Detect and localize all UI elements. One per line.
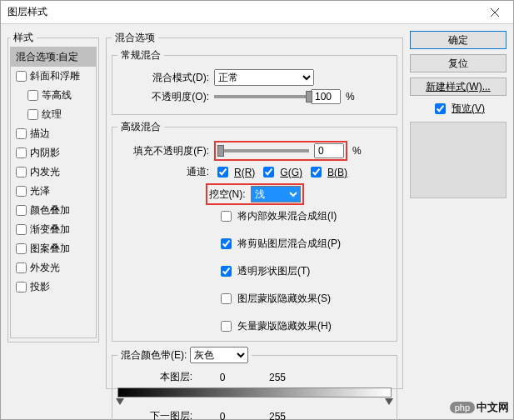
style-item-blending-options[interactable]: 混合选项:自定 bbox=[11, 48, 96, 67]
fill-opacity-input[interactable] bbox=[314, 143, 344, 158]
style-item-inner-glow[interactable]: 内发光 bbox=[11, 162, 96, 182]
fill-opacity-highlight bbox=[214, 141, 347, 161]
opt-inner-effects[interactable]: 将内部效果混合成组(I) bbox=[217, 208, 392, 224]
fill-opacity-slider[interactable] bbox=[217, 149, 309, 152]
style-item-stroke[interactable]: 描边 bbox=[11, 124, 96, 143]
style-item-outer-glow[interactable]: 外发光 bbox=[11, 258, 96, 278]
cancel-button[interactable]: 复位 bbox=[410, 54, 507, 72]
percent-label-2: % bbox=[352, 145, 362, 157]
knockout-select[interactable]: 浅 bbox=[251, 186, 301, 202]
knockout-label: 挖空(N): bbox=[209, 188, 246, 202]
opacity-slider[interactable] bbox=[214, 95, 306, 98]
contour-checkbox[interactable] bbox=[27, 90, 38, 101]
drop-shadow-checkbox[interactable] bbox=[16, 282, 27, 292]
style-list: 混合选项:自定 斜面和浮雕 等高线 纹理 描边 内阴影 内发光 光泽 颜色叠加 … bbox=[10, 47, 97, 338]
preview-swatch bbox=[410, 122, 507, 198]
pattern-overlay-checkbox[interactable] bbox=[16, 243, 27, 254]
blend-if-select[interactable]: 灰色 bbox=[190, 347, 248, 363]
style-item-satin[interactable]: 光泽 bbox=[11, 182, 96, 201]
blend-mode-select[interactable]: 正常 bbox=[214, 69, 314, 86]
style-item-drop-shadow[interactable]: 投影 bbox=[11, 278, 96, 297]
opt-layer-mask-hides[interactable]: 图层蒙版隐藏效果(S) bbox=[217, 291, 392, 307]
this-layer-gradient[interactable] bbox=[117, 388, 392, 398]
general-blend-legend: 常规混合 bbox=[117, 48, 164, 62]
channel-r-checkbox[interactable] bbox=[217, 167, 228, 178]
style-item-bevel[interactable]: 斜面和浮雕 bbox=[11, 67, 96, 86]
this-layer-label: 本图层: bbox=[117, 370, 192, 384]
style-item-pattern-overlay[interactable]: 图案叠加 bbox=[11, 239, 96, 258]
preview-toggle[interactable]: 预览(V) bbox=[410, 101, 507, 117]
bevel-checkbox[interactable] bbox=[16, 71, 27, 82]
this-low: 0 bbox=[197, 372, 247, 383]
opacity-label: 不透明度(O): bbox=[117, 90, 209, 104]
new-style-button[interactable]: 新建样式(W)... bbox=[410, 78, 507, 96]
blend-mode-label: 混合模式(D): bbox=[117, 71, 209, 85]
inner-shadow-checkbox[interactable] bbox=[16, 148, 27, 158]
window-title: 图层样式 bbox=[7, 5, 47, 19]
opt-transparency-shapes[interactable]: 透明形状图层(T) bbox=[217, 263, 392, 279]
under-low: 0 bbox=[197, 411, 247, 421]
style-item-gradient-overlay[interactable]: 渐变叠加 bbox=[11, 220, 96, 239]
blend-if-fieldset: 混合颜色带(E): 灰色 本图层: 0 255 下一图层: bbox=[112, 347, 397, 420]
gradient-overlay-checkbox[interactable] bbox=[16, 224, 27, 235]
satin-checkbox[interactable] bbox=[16, 186, 27, 197]
general-blend-fieldset: 常规混合 混合模式(D): 正常 不透明度(O): % bbox=[112, 48, 397, 115]
opt4-checkbox[interactable] bbox=[221, 293, 232, 304]
under-high: 255 bbox=[252, 411, 302, 421]
ok-button[interactable]: 确定 bbox=[410, 31, 507, 49]
this-high: 255 bbox=[252, 372, 302, 383]
advanced-blend-legend: 高级混合 bbox=[117, 120, 164, 134]
style-item-contour[interactable]: 等高线 bbox=[11, 86, 96, 105]
opt2-checkbox[interactable] bbox=[221, 238, 232, 249]
this-high-handle[interactable] bbox=[385, 398, 393, 405]
center-panel: 混合选项 常规混合 混合模式(D): 正常 不透明度(O): % bbox=[106, 31, 403, 412]
layer-style-dialog: 图层样式 样式 混合选项:自定 斜面和浮雕 等高线 纹理 描边 内阴影 内发光 … bbox=[0, 0, 514, 420]
opt-clip-layers[interactable]: 将剪贴图层混合成组(P) bbox=[217, 236, 392, 252]
blend-options-legend: 混合选项 bbox=[112, 31, 158, 45]
channel-b-checkbox[interactable] bbox=[311, 167, 322, 178]
style-item-inner-shadow[interactable]: 内阴影 bbox=[11, 143, 96, 162]
percent-label: % bbox=[346, 91, 355, 102]
channel-g-checkbox[interactable] bbox=[263, 167, 274, 178]
right-panel: 确定 复位 新建样式(W)... 预览(V) bbox=[410, 31, 507, 412]
opacity-input[interactable] bbox=[311, 89, 341, 104]
texture-checkbox[interactable] bbox=[27, 109, 38, 120]
blend-options-fieldset: 混合选项 常规混合 混合模式(D): 正常 不透明度(O): % bbox=[106, 31, 403, 389]
channel-g[interactable]: G(G) bbox=[260, 164, 302, 180]
preview-checkbox[interactable] bbox=[435, 103, 446, 114]
channel-r[interactable]: R(R) bbox=[214, 164, 255, 180]
color-overlay-checkbox[interactable] bbox=[16, 205, 27, 216]
opt-vector-mask-hides[interactable]: 矢量蒙版隐藏效果(H) bbox=[217, 318, 392, 334]
style-item-texture[interactable]: 纹理 bbox=[11, 105, 96, 124]
stroke-checkbox[interactable] bbox=[16, 128, 27, 139]
channels-label: 通道: bbox=[117, 165, 209, 179]
under-layer-label: 下一图层: bbox=[117, 409, 192, 420]
watermark-badge: php bbox=[450, 402, 475, 413]
titlebar: 图层样式 bbox=[1, 1, 513, 24]
close-button[interactable] bbox=[476, 1, 513, 24]
opt5-checkbox[interactable] bbox=[221, 321, 232, 332]
opt1-checkbox[interactable] bbox=[221, 211, 232, 222]
styles-fieldset: 样式 混合选项:自定 斜面和浮雕 等高线 纹理 描边 内阴影 内发光 光泽 颜色… bbox=[7, 31, 99, 342]
style-item-color-overlay[interactable]: 颜色叠加 bbox=[11, 201, 96, 220]
styles-legend: 样式 bbox=[10, 31, 37, 45]
outer-glow-checkbox[interactable] bbox=[16, 262, 27, 273]
inner-glow-checkbox[interactable] bbox=[16, 167, 27, 178]
knockout-highlight: 挖空(N): 浅 bbox=[206, 183, 304, 205]
fill-opacity-label: 填充不透明度(F): bbox=[117, 144, 209, 158]
blend-if-legend: 混合颜色带(E): 灰色 bbox=[117, 347, 252, 363]
watermark: php 中文网 bbox=[450, 400, 509, 415]
styles-panel: 样式 混合选项:自定 斜面和浮雕 等高线 纹理 描边 内阴影 内发光 光泽 颜色… bbox=[7, 31, 99, 412]
opt3-checkbox[interactable] bbox=[221, 266, 232, 277]
this-low-handle[interactable] bbox=[116, 398, 124, 405]
channel-b[interactable]: B(B) bbox=[307, 164, 347, 180]
advanced-blend-fieldset: 高级混合 填充不透明度(F): % 通道: R(R) G(G) B(B) bbox=[112, 120, 397, 342]
watermark-text: 中文网 bbox=[477, 400, 509, 415]
close-icon bbox=[491, 8, 499, 17]
